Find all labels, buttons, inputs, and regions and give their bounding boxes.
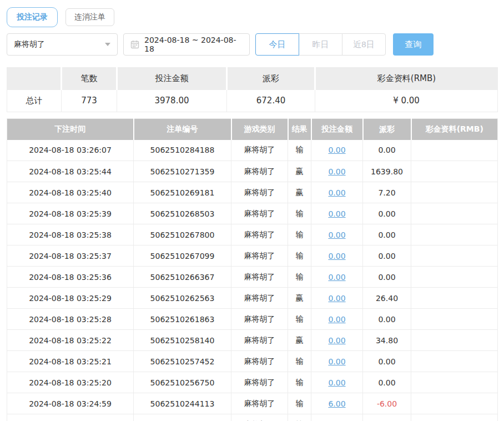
- bonus: [411, 309, 498, 330]
- result: 输: [288, 245, 311, 267]
- quick-range-group: 今日 昨日 近8日: [255, 33, 386, 56]
- header-payout: 派彩: [363, 119, 411, 140]
- order-id: 5062510258140: [134, 330, 231, 351]
- table-row: 2024-08-18 03:26:07 5062510284188 麻将胡了 输…: [7, 140, 498, 161]
- payout: 0.00: [363, 351, 411, 372]
- bet-amount-link[interactable]: 0.00: [328, 315, 345, 324]
- game-type: 麻将胡了: [231, 330, 288, 351]
- result: 输: [288, 224, 311, 245]
- bet-amount-link[interactable]: 6.00: [328, 399, 345, 408]
- header-order-id: 注单编号: [134, 119, 231, 140]
- summary-header-payout: 派彩: [227, 68, 315, 90]
- tab-bet-records[interactable]: 投注记录: [7, 7, 58, 27]
- table-row: 2024-08-18 03:24:58 5062510243094 麻将胡了 输…: [7, 414, 498, 421]
- bet-amount-link[interactable]: 0.00: [328, 336, 345, 345]
- total-payout: 672.40: [227, 90, 315, 112]
- result: 输: [288, 309, 311, 330]
- bet-amount-cell: 0.00: [311, 309, 363, 330]
- header-bet-time: 下注时间: [7, 119, 134, 140]
- quick-range-last8days[interactable]: 近8日: [342, 33, 386, 56]
- table-row: 2024-08-18 03:25:38 5062510267800 麻将胡了 输…: [7, 224, 498, 245]
- result: 赢: [288, 330, 311, 351]
- quick-range-yesterday[interactable]: 昨日: [299, 33, 342, 56]
- header-bet-amount: 投注金额: [311, 119, 363, 140]
- bet-amount-cell: 0.00: [311, 182, 363, 203]
- game-type: 麻将胡了: [231, 140, 288, 161]
- calendar-icon: [130, 40, 139, 49]
- bet-time: 2024-08-18 03:25:22: [7, 330, 134, 351]
- bet-amount-link[interactable]: 0.00: [328, 252, 345, 260]
- tab-cancelled-orders[interactable]: 连消注单: [65, 8, 114, 26]
- order-id: 5062510243094: [134, 414, 231, 421]
- bet-time: 2024-08-18 03:25:37: [7, 245, 134, 267]
- bet-amount-link[interactable]: 0.00: [328, 209, 345, 218]
- quick-range-today[interactable]: 今日: [255, 33, 299, 56]
- table-row: 2024-08-18 03:25:44 5062510271359 麻将胡了 赢…: [7, 161, 498, 182]
- result: 输: [288, 267, 311, 288]
- bet-amount-cell: 0.00: [311, 288, 363, 309]
- table-row: 2024-08-18 03:25:28 5062510261863 麻将胡了 输…: [7, 309, 498, 330]
- header-bonus: 彩金资料(RMB): [411, 119, 498, 140]
- tab-bar: 投注记录 连消注单: [7, 7, 497, 28]
- bet-amount-cell: 6.00: [311, 393, 363, 414]
- result: 输: [288, 351, 311, 372]
- header-game-type: 游戏类别: [231, 119, 288, 140]
- summary-table: 笔数 投注金额 派彩 彩金资料(RMB) 总计 773 3978.00 672.…: [7, 67, 498, 112]
- result: 输: [288, 203, 311, 224]
- bet-amount-cell: 0.00: [311, 203, 363, 224]
- order-id: 5062510261863: [134, 309, 231, 330]
- bonus: [411, 224, 498, 245]
- bonus: [411, 182, 498, 203]
- total-bonus: ¥ 0.00: [315, 90, 498, 112]
- table-row: 2024-08-18 03:25:39 5062510268503 麻将胡了 输…: [7, 203, 498, 224]
- total-count: 773: [62, 90, 117, 112]
- game-select[interactable]: 麻将胡了: [7, 33, 118, 56]
- game-type: 麻将胡了: [231, 161, 288, 182]
- table-row: 2024-08-18 03:25:20 5062510256750 麻将胡了 输…: [7, 372, 498, 393]
- bet-amount-link[interactable]: 0.00: [328, 167, 345, 176]
- bet-amount-link[interactable]: 0.00: [328, 357, 345, 366]
- total-bet-amount: 3978.00: [117, 90, 227, 112]
- bet-amount-link[interactable]: 0.00: [328, 230, 345, 239]
- filter-row: 麻将胡了 2024-08-18 ~ 2024-08-18: [7, 33, 497, 56]
- order-id: 5062510269181: [134, 182, 231, 203]
- bonus: [411, 351, 498, 372]
- bet-time: 2024-08-18 03:26:07: [7, 140, 134, 161]
- summary-total-row: 总计 773 3978.00 672.40 ¥ 0.00: [7, 90, 498, 112]
- bet-amount-link[interactable]: 0.00: [328, 294, 345, 303]
- bet-time: 2024-08-18 03:25:21: [7, 351, 134, 372]
- payout: -6.00: [363, 393, 411, 414]
- bonus: [411, 330, 498, 351]
- bet-amount-link[interactable]: 0.00: [328, 378, 345, 387]
- game-type: 麻将胡了: [231, 288, 288, 309]
- bet-amount-cell: 6.00: [311, 414, 363, 421]
- query-button[interactable]: 查询: [393, 33, 434, 56]
- date-range-value: 2024-08-18 ~ 2024-08-18: [144, 36, 243, 53]
- bet-amount-cell: 0.00: [311, 224, 363, 245]
- bonus: [411, 203, 498, 224]
- bet-amount-cell: 0.00: [311, 140, 363, 161]
- bet-time: 2024-08-18 03:25:39: [7, 203, 134, 224]
- date-range-picker[interactable]: 2024-08-18 ~ 2024-08-18: [123, 33, 250, 56]
- bet-time: 2024-08-18 03:25:29: [7, 288, 134, 309]
- bet-time: 2024-08-18 03:25:40: [7, 182, 134, 203]
- game-type: 麻将胡了: [231, 267, 288, 288]
- game-type: 麻将胡了: [231, 309, 288, 330]
- table-row: 2024-08-18 03:25:40 5062510269181 麻将胡了 赢…: [7, 182, 498, 203]
- summary-header-row: 笔数 投注金额 派彩 彩金资料(RMB): [7, 68, 498, 90]
- bet-amount-cell: 0.00: [311, 267, 363, 288]
- bet-amount-link[interactable]: 0.00: [328, 273, 345, 282]
- records-table: 下注时间 注单编号 游戏类别 结果 投注金额 派彩 彩金资料(RMB) 2024…: [7, 118, 498, 421]
- bonus: [411, 245, 498, 267]
- page: 投注记录 连消注单 麻将胡了 2024-: [0, 0, 504, 421]
- bet-amount-link[interactable]: 0.00: [328, 146, 345, 154]
- order-id: 5062510268503: [134, 203, 231, 224]
- game-type: 麻将胡了: [231, 414, 288, 421]
- bet-amount-link[interactable]: 0.00: [328, 188, 345, 197]
- payout: 0.00: [363, 267, 411, 288]
- bet-amount-cell: 0.00: [311, 372, 363, 393]
- bonus: [411, 267, 498, 288]
- payout: 0.00: [363, 245, 411, 267]
- payout: 1639.80: [363, 161, 411, 182]
- bonus: [411, 393, 498, 414]
